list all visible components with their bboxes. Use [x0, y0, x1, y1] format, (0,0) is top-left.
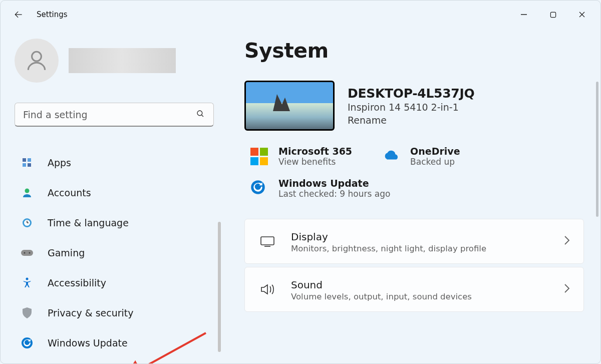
- svg-rect-11: [28, 163, 31, 167]
- onedrive-status[interactable]: OneDrive Backed up: [382, 146, 460, 167]
- rename-link[interactable]: Rename: [348, 115, 387, 126]
- titlebar: Settings: [1, 1, 600, 29]
- accessibility-icon: [21, 276, 34, 289]
- svg-rect-8: [23, 158, 26, 162]
- nav-time-language[interactable]: Time & language: [15, 208, 214, 238]
- wallpaper-thumbnail: [244, 81, 335, 131]
- window-controls: [509, 5, 596, 25]
- setting-display[interactable]: Display Monitors, brightness, night ligh…: [244, 219, 584, 264]
- windows-update-status[interactable]: Windows Update Last checked: 9 hours ago: [244, 178, 580, 199]
- accounts-icon: [21, 186, 34, 199]
- sidebar: Apps Accounts Time & language Gaming: [1, 29, 223, 363]
- setting-title: Sound: [291, 279, 548, 291]
- svg-point-20: [26, 278, 29, 280]
- back-button[interactable]: [13, 9, 25, 21]
- svg-rect-17: [21, 250, 33, 256]
- nav-accessibility[interactable]: Accessibility: [15, 268, 214, 298]
- gaming-icon: [21, 246, 34, 259]
- user-name: [69, 48, 176, 73]
- update-icon: [250, 180, 267, 197]
- svg-point-6: [197, 111, 202, 116]
- time-language-icon: [21, 216, 34, 229]
- status-subtitle: Backed up: [410, 157, 460, 167]
- chevron-right-icon: [563, 235, 570, 248]
- user-account-row[interactable]: [15, 39, 207, 83]
- setting-title: Display: [291, 231, 548, 243]
- svg-line-7: [201, 115, 203, 117]
- sidebar-nav: Apps Accounts Time & language Gaming: [15, 148, 214, 358]
- nav-label: Accessibility: [48, 277, 106, 288]
- svg-point-18: [24, 252, 26, 254]
- search-icon: [196, 109, 205, 120]
- svg-point-19: [29, 252, 31, 254]
- setting-sound[interactable]: Sound Volume levels, output, input, soun…: [244, 267, 584, 312]
- nav-accounts[interactable]: Accounts: [15, 178, 214, 208]
- search-input[interactable]: [15, 103, 214, 127]
- setting-subtitle: Monitors, brightness, night light, displ…: [291, 244, 548, 253]
- status-subtitle: View benefits: [278, 157, 352, 167]
- svg-point-23: [251, 180, 265, 194]
- page-title: System: [244, 39, 580, 63]
- sound-icon: [259, 283, 276, 296]
- search-wrap: [15, 103, 214, 127]
- main-scrollbar-thumb[interactable]: [596, 82, 598, 217]
- update-icon: [21, 336, 34, 349]
- nav-label: Apps: [48, 157, 71, 168]
- scrollbar-thumb[interactable]: [218, 222, 221, 352]
- microsoft-365-status[interactable]: Microsoft 365 View benefits: [250, 146, 352, 167]
- nav-windows-update[interactable]: Windows Update: [15, 328, 214, 358]
- nav-label: Accounts: [48, 187, 91, 198]
- microsoft-logo-icon: [250, 148, 267, 165]
- svg-point-5: [32, 52, 42, 61]
- svg-rect-9: [28, 158, 31, 162]
- nav-label: Privacy & security: [48, 307, 134, 318]
- svg-rect-24: [261, 237, 274, 245]
- app-title: Settings: [37, 10, 68, 19]
- main-pane: System DESKTOP-4L537JQ Inspiron 14 5410 …: [223, 29, 600, 363]
- status-title: Microsoft 365: [278, 146, 352, 157]
- setting-subtitle: Volume levels, output, input, sound devi…: [291, 292, 548, 301]
- nav-label: Windows Update: [48, 337, 128, 348]
- nav-gaming[interactable]: Gaming: [15, 238, 214, 268]
- status-subtitle: Last checked: 9 hours ago: [278, 189, 390, 199]
- apps-icon: [21, 156, 34, 169]
- nav-label: Gaming: [48, 247, 85, 258]
- svg-rect-10: [23, 163, 26, 167]
- display-icon: [259, 235, 276, 247]
- status-title: Windows Update: [278, 178, 390, 189]
- svg-rect-2: [550, 12, 555, 17]
- minimize-button[interactable]: [509, 5, 538, 25]
- onedrive-icon: [382, 148, 399, 165]
- device-model: Inspiron 14 5410 2-in-1: [348, 102, 474, 113]
- svg-point-21: [22, 337, 33, 348]
- avatar: [15, 39, 59, 83]
- status-title: OneDrive: [410, 146, 460, 157]
- device-info: DESKTOP-4L537JQ Inspiron 14 5410 2-in-1 …: [244, 81, 580, 131]
- maximize-button[interactable]: [538, 5, 567, 25]
- svg-point-12: [25, 189, 30, 193]
- nav-apps[interactable]: Apps: [15, 148, 214, 178]
- nav-label: Time & language: [48, 217, 129, 228]
- close-button[interactable]: [567, 5, 596, 25]
- cloud-status-row: Microsoft 365 View benefits OneDrive Bac…: [244, 146, 580, 167]
- nav-privacy-security[interactable]: Privacy & security: [15, 298, 214, 328]
- shield-icon: [21, 306, 34, 319]
- chevron-right-icon: [563, 283, 570, 296]
- device-name: DESKTOP-4L537JQ: [348, 86, 474, 101]
